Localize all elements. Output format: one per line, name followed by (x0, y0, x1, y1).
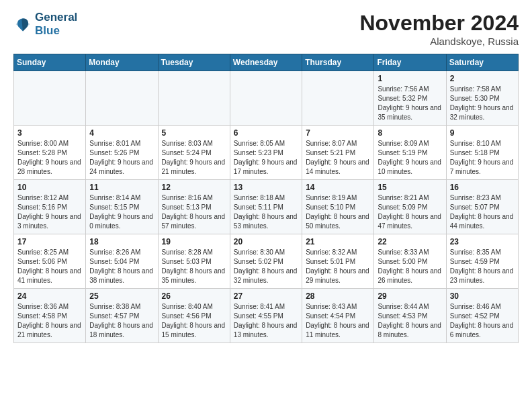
day-cell: 30Sunrise: 8:46 AM Sunset: 4:52 PM Dayli… (446, 289, 518, 343)
header-row: SundayMondayTuesdayWednesdayThursdayFrid… (14, 54, 519, 71)
day-cell: 15Sunrise: 8:21 AM Sunset: 5:09 PM Dayli… (374, 180, 446, 234)
day-number: 29 (378, 291, 442, 301)
day-number: 28 (306, 291, 370, 301)
day-cell: 21Sunrise: 8:32 AM Sunset: 5:01 PM Dayli… (302, 234, 374, 289)
day-number: 20 (234, 237, 298, 246)
day-cell: 2Sunrise: 7:58 AM Sunset: 5:30 PM Daylig… (446, 71, 518, 126)
day-info: Sunrise: 8:19 AM Sunset: 5:10 PM Dayligh… (306, 193, 370, 231)
day-number: 30 (450, 291, 515, 301)
day-cell (302, 71, 374, 126)
column-header-monday: Monday (86, 54, 158, 71)
day-info: Sunrise: 8:43 AM Sunset: 4:54 PM Dayligh… (306, 302, 370, 340)
day-number: 19 (162, 237, 226, 246)
day-cell: 26Sunrise: 8:40 AM Sunset: 4:56 PM Dayli… (158, 289, 230, 343)
day-info: Sunrise: 8:23 AM Sunset: 5:07 PM Dayligh… (450, 193, 515, 231)
week-row-2: 3Sunrise: 8:00 AM Sunset: 5:28 PM Daylig… (14, 126, 519, 180)
day-number: 25 (89, 291, 154, 301)
day-cell: 11Sunrise: 8:14 AM Sunset: 5:15 PM Dayli… (86, 180, 158, 234)
day-number: 11 (89, 183, 154, 192)
day-cell: 27Sunrise: 8:41 AM Sunset: 4:55 PM Dayli… (230, 289, 302, 343)
day-info: Sunrise: 8:05 AM Sunset: 5:23 PM Dayligh… (234, 139, 298, 177)
day-cell: 17Sunrise: 8:25 AM Sunset: 5:06 PM Dayli… (14, 234, 86, 289)
day-number: 8 (378, 128, 442, 138)
day-cell: 20Sunrise: 8:30 AM Sunset: 5:02 PM Dayli… (230, 234, 302, 289)
day-cell: 9Sunrise: 8:10 AM Sunset: 5:18 PM Daylig… (446, 126, 518, 180)
day-info: Sunrise: 8:38 AM Sunset: 4:57 PM Dayligh… (89, 302, 154, 340)
logo: General Blue (13, 11, 77, 37)
day-info: Sunrise: 8:12 AM Sunset: 5:16 PM Dayligh… (17, 193, 82, 231)
day-cell: 23Sunrise: 8:35 AM Sunset: 4:59 PM Dayli… (446, 234, 518, 289)
day-info: Sunrise: 8:33 AM Sunset: 5:00 PM Dayligh… (378, 248, 442, 285)
day-info: Sunrise: 8:10 AM Sunset: 5:18 PM Dayligh… (450, 139, 515, 177)
day-number: 2 (450, 74, 515, 83)
day-cell: 22Sunrise: 8:33 AM Sunset: 5:00 PM Dayli… (374, 234, 446, 289)
day-number: 5 (162, 128, 226, 138)
calendar-table: SundayMondayTuesdayWednesdayThursdayFrid… (13, 54, 519, 343)
day-info: Sunrise: 8:44 AM Sunset: 4:53 PM Dayligh… (378, 302, 442, 340)
day-info: Sunrise: 8:09 AM Sunset: 5:19 PM Dayligh… (378, 139, 442, 177)
day-cell: 18Sunrise: 8:26 AM Sunset: 5:04 PM Dayli… (86, 234, 158, 289)
day-number: 12 (162, 183, 226, 192)
day-cell: 28Sunrise: 8:43 AM Sunset: 4:54 PM Dayli… (302, 289, 374, 343)
day-cell (86, 71, 158, 126)
day-info: Sunrise: 8:36 AM Sunset: 4:58 PM Dayligh… (17, 302, 82, 340)
day-number: 18 (89, 237, 154, 246)
day-cell: 3Sunrise: 8:00 AM Sunset: 5:28 PM Daylig… (14, 126, 86, 180)
week-row-4: 17Sunrise: 8:25 AM Sunset: 5:06 PM Dayli… (14, 234, 519, 289)
day-number: 21 (306, 237, 370, 246)
week-row-3: 10Sunrise: 8:12 AM Sunset: 5:16 PM Dayli… (14, 180, 519, 234)
day-cell: 14Sunrise: 8:19 AM Sunset: 5:10 PM Dayli… (302, 180, 374, 234)
logo-text: General Blue (35, 11, 77, 37)
day-cell: 4Sunrise: 8:01 AM Sunset: 5:26 PM Daylig… (86, 126, 158, 180)
day-number: 10 (17, 183, 82, 192)
logo-icon (13, 15, 32, 34)
column-header-saturday: Saturday (446, 54, 518, 71)
day-info: Sunrise: 7:58 AM Sunset: 5:30 PM Dayligh… (450, 85, 515, 122)
day-info: Sunrise: 8:00 AM Sunset: 5:28 PM Dayligh… (17, 139, 82, 177)
day-cell (230, 71, 302, 126)
day-info: Sunrise: 8:14 AM Sunset: 5:15 PM Dayligh… (89, 193, 154, 231)
day-cell: 19Sunrise: 8:28 AM Sunset: 5:03 PM Dayli… (158, 234, 230, 289)
day-cell: 6Sunrise: 8:05 AM Sunset: 5:23 PM Daylig… (230, 126, 302, 180)
column-header-friday: Friday (374, 54, 446, 71)
day-info: Sunrise: 8:32 AM Sunset: 5:01 PM Dayligh… (306, 248, 370, 285)
column-header-sunday: Sunday (14, 54, 86, 71)
day-cell: 8Sunrise: 8:09 AM Sunset: 5:19 PM Daylig… (374, 126, 446, 180)
day-number: 4 (89, 128, 154, 138)
day-number: 23 (450, 237, 515, 246)
day-info: Sunrise: 8:41 AM Sunset: 4:55 PM Dayligh… (234, 302, 298, 340)
column-header-tuesday: Tuesday (158, 54, 230, 71)
day-info: Sunrise: 8:03 AM Sunset: 5:24 PM Dayligh… (162, 139, 226, 177)
day-cell (14, 71, 86, 126)
day-number: 6 (234, 128, 298, 138)
day-info: Sunrise: 8:30 AM Sunset: 5:02 PM Dayligh… (234, 248, 298, 285)
day-cell: 12Sunrise: 8:16 AM Sunset: 5:13 PM Dayli… (158, 180, 230, 234)
day-number: 1 (378, 74, 442, 83)
day-cell: 13Sunrise: 8:18 AM Sunset: 5:11 PM Dayli… (230, 180, 302, 234)
day-info: Sunrise: 8:21 AM Sunset: 5:09 PM Dayligh… (378, 193, 442, 231)
day-info: Sunrise: 8:07 AM Sunset: 5:21 PM Dayligh… (306, 139, 370, 177)
day-number: 3 (17, 128, 82, 138)
day-number: 17 (17, 237, 82, 246)
day-number: 7 (306, 128, 370, 138)
day-cell: 10Sunrise: 8:12 AM Sunset: 5:16 PM Dayli… (14, 180, 86, 234)
day-cell (158, 71, 230, 126)
week-row-5: 24Sunrise: 8:36 AM Sunset: 4:58 PM Dayli… (14, 289, 519, 343)
day-info: Sunrise: 8:28 AM Sunset: 5:03 PM Dayligh… (162, 248, 226, 285)
day-cell: 1Sunrise: 7:56 AM Sunset: 5:32 PM Daylig… (374, 71, 446, 126)
day-info: Sunrise: 8:01 AM Sunset: 5:26 PM Dayligh… (89, 139, 154, 177)
day-number: 15 (378, 183, 442, 192)
day-number: 16 (450, 183, 515, 192)
day-number: 27 (234, 291, 298, 301)
page: General Blue November 2024 Alandskoye, R… (0, 0, 532, 354)
column-header-wednesday: Wednesday (230, 54, 302, 71)
day-info: Sunrise: 8:26 AM Sunset: 5:04 PM Dayligh… (89, 248, 154, 285)
day-info: Sunrise: 8:46 AM Sunset: 4:52 PM Dayligh… (450, 302, 515, 340)
day-info: Sunrise: 8:25 AM Sunset: 5:06 PM Dayligh… (17, 248, 82, 285)
column-header-thursday: Thursday (302, 54, 374, 71)
day-number: 13 (234, 183, 298, 192)
day-cell: 25Sunrise: 8:38 AM Sunset: 4:57 PM Dayli… (86, 289, 158, 343)
day-number: 26 (162, 291, 226, 301)
day-cell: 16Sunrise: 8:23 AM Sunset: 5:07 PM Dayli… (446, 180, 518, 234)
day-info: Sunrise: 7:56 AM Sunset: 5:32 PM Dayligh… (378, 85, 442, 122)
